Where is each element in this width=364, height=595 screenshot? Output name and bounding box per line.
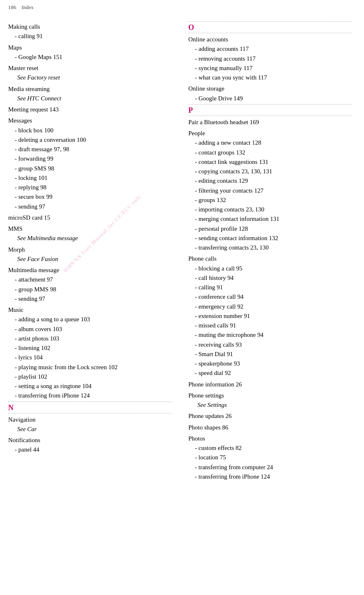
entry-main: Online storage <box>188 84 352 93</box>
entry-main: Phone information 26 <box>188 380 352 389</box>
entry-sub: - group MMS 98 <box>8 285 172 294</box>
entry-sub: - syncing manually 117 <box>188 64 352 73</box>
entry-sub: - importing contacts 23, 130 <box>188 205 352 214</box>
entry-sub: - deleting a conversation 100 <box>8 135 172 145</box>
section-divider-top <box>8 402 172 402</box>
entry-sub: - Google Maps 151 <box>8 52 172 62</box>
entry-sub: - block box 100 <box>8 126 172 135</box>
index-entry: Photos- custom effects 82- location 75- … <box>188 434 352 481</box>
entry-sub: - call history 94 <box>188 273 352 283</box>
entry-sub: - extension number 91 <box>188 311 352 321</box>
entry-sub: - receiving calls 93 <box>188 340 352 350</box>
entry-sub: - transferring from iPhone 124 <box>188 472 352 481</box>
entry-sub: - removing accounts 117 <box>188 54 352 64</box>
entry-sub: - lyrics 104 <box>8 353 172 362</box>
entry-sub: - Google Drive 149 <box>188 94 352 103</box>
entry-see-ref: See Car <box>8 425 172 434</box>
entry-sub: - group SMS 98 <box>8 164 172 173</box>
section-letter: N <box>8 404 172 412</box>
index-entry: microSD card 15 <box>8 213 172 223</box>
entry-sub: - contact link suggestions 131 <box>188 157 352 167</box>
index-entry: Phone settingsSee Settings <box>188 391 352 410</box>
section-divider-top <box>188 104 352 104</box>
entry-sub: - Smart Dial 91 <box>188 350 352 359</box>
entry-sub: - transferring contacts 23, 130 <box>188 243 352 252</box>
entry-main: Phone settings <box>188 391 352 400</box>
entry-sub: - adding accounts 117 <box>188 44 352 54</box>
content-wrapper: Making calls- calling 91Maps- Google Map… <box>0 12 364 490</box>
entry-main: Music <box>8 305 172 315</box>
entry-sub: - speakerphone 93 <box>188 359 352 368</box>
index-entry: Phone updates 26 <box>188 411 352 421</box>
index-entry: People- adding a new contact 128- contac… <box>188 129 352 252</box>
entry-see-ref: See Multimedia message <box>8 234 172 243</box>
entry-sub: - transferring from computer 24 <box>188 463 352 472</box>
entry-sub: - playing music from the Lock screen 102 <box>8 363 172 372</box>
entry-sub: - attachment 97 <box>8 275 172 284</box>
index-entry: Notifications- panel 44 <box>8 436 172 455</box>
entry-see-ref: See Factory reset <box>8 73 172 82</box>
entry-sub: - personal profile 128 <box>188 224 352 234</box>
entry-main: Multimedia message <box>8 266 172 275</box>
index-entry: Pair a Bluetooth headset 169 <box>188 118 352 127</box>
entry-main: Notifications <box>8 436 172 445</box>
entry-sub: - copying contacts 23, 130, 131 <box>188 167 352 176</box>
section-letter: O <box>188 23 352 32</box>
entry-main: MMS <box>8 224 172 234</box>
entry-sub: - missed calls 91 <box>188 321 352 330</box>
entry-main: Messages <box>8 116 172 125</box>
entry-main: Photos <box>188 434 352 443</box>
index-entry: Meeting request 143 <box>8 105 172 114</box>
entry-sub: - sending contact information 132 <box>188 234 352 243</box>
entry-main: Media streaming <box>8 84 172 94</box>
entry-sub: - groups 132 <box>188 195 352 205</box>
entry-sub: - calling 91 <box>188 283 352 292</box>
entry-sub: - blocking a call 95 <box>188 264 352 273</box>
entry-sub: - custom effects 82 <box>188 443 352 453</box>
entry-main: Online accounts <box>188 35 352 44</box>
page-number: 186 <box>8 4 16 10</box>
index-entry: Maps- Google Maps 151 <box>8 43 172 62</box>
entry-sub: - panel 44 <box>8 445 172 454</box>
entry-main: Maps <box>8 43 172 52</box>
entry-main: Morph <box>8 245 172 254</box>
entry-see-ref: See Face Fusion <box>8 254 172 264</box>
entry-sub: - location 75 <box>188 453 352 462</box>
entry-sub: - album covers 103 <box>8 325 172 334</box>
index-entry: Online storage- Google Drive 149 <box>188 84 352 103</box>
entry-sub: - contact groups 132 <box>188 148 352 157</box>
entry-main: Pair a Bluetooth headset 169 <box>188 118 352 127</box>
index-entry: Master resetSee Factory reset <box>8 64 172 83</box>
index-entry: Messages- block box 100- deleting a conv… <box>8 116 172 211</box>
right-column: OOnline accounts- adding accounts 117- r… <box>180 20 352 481</box>
entry-main: Master reset <box>8 64 172 73</box>
entry-sub: - conference call 94 <box>188 292 352 302</box>
entry-sub: - draft message 97, 98 <box>8 145 172 154</box>
section-divider-bottom <box>188 33 352 33</box>
entry-see-ref: See HTC Connect <box>8 94 172 103</box>
entry-sub: - transferring from iPhone 124 <box>8 391 172 400</box>
entry-sub: - merging contact information 131 <box>188 214 352 224</box>
entry-sub: - listening 102 <box>8 343 172 353</box>
entry-sub: - calling 91 <box>8 32 172 41</box>
entry-sub: - setting a song as ringtone 104 <box>8 382 172 391</box>
entry-sub: - replying 98 <box>8 183 172 192</box>
index-entry: MMSSee Multimedia message <box>8 224 172 243</box>
section-divider-top <box>188 21 352 22</box>
entry-main: Phone calls <box>188 254 352 263</box>
entry-sub: - editing contacts 129 <box>188 176 352 186</box>
entry-sub: - secure box 99 <box>8 192 172 202</box>
entry-sub: - adding a new contact 128 <box>188 138 352 148</box>
entry-sub: - playlist 102 <box>8 372 172 382</box>
section-letter: P <box>188 106 352 115</box>
section-divider-bottom <box>188 116 352 116</box>
entry-sub: - sending 97 <box>8 294 172 304</box>
entry-main: Making calls <box>8 22 172 32</box>
entry-sub: - muting the microphone 94 <box>188 330 352 340</box>
entry-sub: - speed dial 92 <box>188 368 352 378</box>
entry-main: Photo shapes 86 <box>188 423 352 432</box>
entry-main: Meeting request 143 <box>8 105 172 114</box>
index-entry: Media streamingSee HTC Connect <box>8 84 172 104</box>
entry-sub: - artist photos 103 <box>8 334 172 343</box>
entry-sub: - forwarding 99 <box>8 154 172 164</box>
